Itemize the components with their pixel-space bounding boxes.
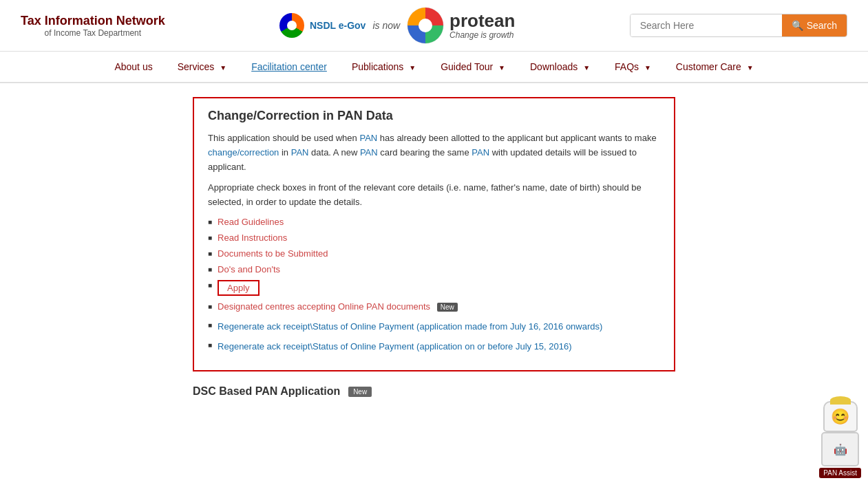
designated-text: Designated centres accepting Online PAN … — [218, 301, 430, 312]
list-item-instructions: ■ Read Instructions — [208, 233, 660, 243]
pan-desc-1: This application should be used when PAN… — [208, 131, 660, 174]
search-button[interactable]: 🔍 Search — [782, 14, 847, 36]
nsdl-label: NSDL e-Gov — [310, 20, 366, 31]
caret-icon-faq: ▼ — [644, 64, 651, 72]
robot-hat — [830, 396, 851, 405]
dos-donts-link[interactable]: Do's and Don'ts — [218, 264, 280, 274]
search-button-label: Search — [807, 20, 837, 31]
pan-links-list: ■ Read Guidelines ■ Read Instructions ■ … — [208, 217, 660, 312]
list-item-designated: ■ Designated centres accepting Online PA… — [208, 301, 660, 312]
regenerate-link-2[interactable]: Regenerate ack receipt\Status of Online … — [218, 340, 572, 354]
header: Tax Information Network of Income Tax De… — [0, 0, 868, 52]
list-item-regen2: ■ Regenerate ack receipt\Status of Onlin… — [208, 340, 660, 354]
robot-face-icon: 😊 — [831, 408, 849, 411]
search-input[interactable] — [631, 14, 782, 36]
nsdl-circle-icon — [279, 13, 304, 38]
nav-link-about[interactable]: About us — [102, 52, 165, 82]
nav-link-downloads[interactable]: Downloads ▼ — [518, 52, 602, 82]
bullet-icon: ■ — [208, 321, 212, 329]
list-item-guidelines: ■ Read Guidelines — [208, 217, 660, 227]
nav-link-services[interactable]: Services ▼ — [165, 52, 239, 82]
nav-link-facilitation[interactable]: Facilitation center — [239, 52, 339, 82]
protean-logo: protean Change is growth — [407, 7, 515, 44]
dsc-new-badge: New — [348, 387, 372, 397]
protean-name: protean — [449, 11, 515, 31]
nav-list: About us Services ▼ Facilitation center … — [14, 52, 854, 82]
list-item-documents: ■ Documents to be Submitted — [208, 248, 660, 259]
nav-item-about: About us — [102, 52, 165, 82]
bullet-icon: ■ — [208, 266, 212, 273]
bullet-icon: ■ — [208, 218, 212, 226]
read-guidelines-link[interactable]: Read Guidelines — [218, 217, 284, 227]
nav-item-faqs: FAQs ▼ — [602, 52, 664, 82]
documents-link[interactable]: Documents to be Submitted — [218, 248, 328, 259]
nav-item-publications: Publications ▼ — [339, 52, 428, 82]
is-now-text: is now — [372, 20, 400, 31]
pan-section-title: Change/Correction in PAN Data — [208, 109, 660, 123]
search-icon: 🔍 — [792, 20, 803, 31]
nsdl-inner-icon — [287, 21, 297, 30]
list-item-regen1: ■ Regenerate ack receipt\Status of Onlin… — [208, 320, 660, 334]
caret-icon-guided: ▼ — [498, 64, 505, 72]
site-subtitle: of Income Tax Department — [21, 28, 165, 38]
bullet-icon: ■ — [208, 303, 212, 310]
read-instructions-link[interactable]: Read Instructions — [218, 233, 287, 243]
nav-link-guided-tour[interactable]: Guided Tour ▼ — [428, 52, 518, 82]
nsdl-logo: NSDL e-Gov — [279, 13, 366, 38]
new-badge: New — [437, 303, 458, 312]
bullet-icon: ■ — [208, 250, 212, 257]
apply-box: Apply — [218, 280, 260, 296]
site-branding: Tax Information Network of Income Tax De… — [21, 14, 165, 38]
main-nav: About us Services ▼ Facilitation center … — [0, 52, 868, 83]
pan-desc-2: Appropriate check boxes in front of the … — [208, 181, 660, 210]
nav-link-faqs[interactable]: FAQs ▼ — [602, 52, 664, 82]
nav-link-publications[interactable]: Publications ▼ — [339, 52, 428, 82]
list-item-dos-donts: ■ Do's and Don'ts — [208, 264, 660, 274]
bullet-icon: ■ — [208, 341, 212, 349]
pan-correction-section: Change/Correction in PAN Data This appli… — [193, 97, 675, 371]
designated-centres-link[interactable]: Designated centres accepting Online PAN … — [218, 301, 458, 312]
site-title: Tax Information Network — [21, 14, 165, 28]
bullet-icon: ■ — [208, 234, 212, 241]
caret-icon-cc: ▼ — [747, 64, 754, 72]
bullet-icon: ■ — [208, 281, 212, 289]
logo-area: NSDL e-Gov is now protean Change — [279, 7, 515, 44]
dsc-section: DSC Based PAN Application New — [193, 385, 675, 398]
nav-item-services: Services ▼ — [165, 52, 239, 82]
pan-assist-widget[interactable]: 😊 🤖 PAN Assist — [819, 396, 861, 411]
svg-point-1 — [419, 19, 432, 32]
caret-icon-pub: ▼ — [409, 64, 416, 72]
protean-circle-icon — [407, 7, 444, 44]
list-item-apply: ■ Apply — [208, 280, 660, 296]
nav-item-downloads: Downloads ▼ — [518, 52, 602, 82]
regenerate-link-1[interactable]: Regenerate ack receipt\Status of Online … — [218, 320, 602, 334]
main-content: Change/Correction in PAN Data This appli… — [0, 83, 868, 411]
nav-item-guided-tour: Guided Tour ▼ — [428, 52, 518, 82]
regenerate-links-list: ■ Regenerate ack receipt\Status of Onlin… — [208, 320, 660, 354]
caret-icon: ▼ — [220, 64, 226, 72]
nav-link-customer-care[interactable]: Customer Care ▼ — [664, 52, 766, 82]
search-bar: 🔍 Search — [630, 14, 847, 37]
dsc-title: DSC Based PAN Application — [193, 385, 340, 397]
protean-tagline: Change is growth — [449, 30, 515, 40]
caret-icon-dl: ▼ — [583, 64, 590, 72]
apply-link[interactable]: Apply — [227, 283, 250, 293]
nav-item-facilitation: Facilitation center — [239, 52, 339, 82]
nav-item-customer-care: Customer Care ▼ — [664, 52, 766, 82]
protean-text: protean Change is growth — [449, 11, 515, 41]
